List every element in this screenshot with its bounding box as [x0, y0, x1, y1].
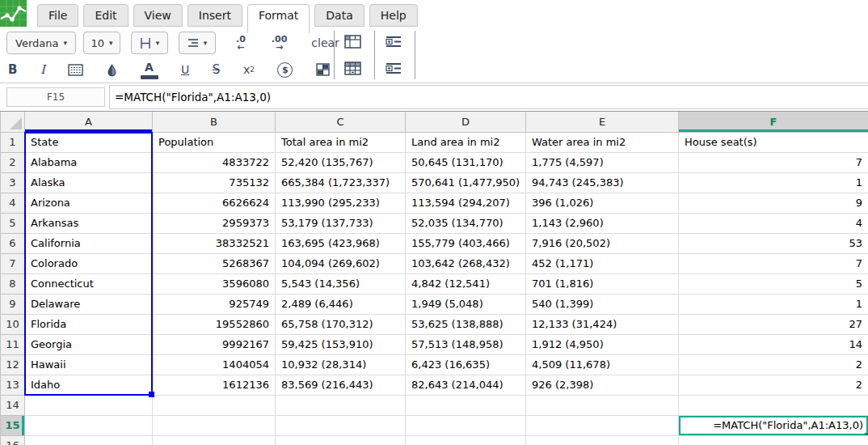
cell-A16[interactable] [25, 435, 153, 445]
cell-E1[interactable]: Water area in mi2 [526, 132, 679, 152]
cell-B8[interactable]: 3596080 [153, 273, 276, 294]
cell-A1[interactable]: State [25, 132, 153, 152]
cell-A7[interactable]: Colorado [25, 253, 153, 273]
cell-D4[interactable]: 113,594 (294,207) [406, 193, 526, 213]
column-header-C[interactable]: C [276, 112, 406, 132]
cell-E11[interactable]: 1,912 (4,950) [526, 334, 679, 354]
cell-A9[interactable]: Delaware [25, 294, 153, 314]
cell-E3[interactable]: 94,743 (245,383) [526, 172, 679, 193]
cell-B13[interactable]: 1612136 [153, 375, 276, 395]
cell-C8[interactable]: 5,543 (14,356) [276, 273, 406, 294]
cell-C5[interactable]: 53,179 (137,733) [276, 213, 406, 233]
cell-B6[interactable]: 38332521 [153, 233, 276, 253]
row-header-13[interactable]: 13 [1, 375, 25, 395]
cell-E8[interactable]: 701 (1,816) [526, 273, 679, 294]
column-header-F[interactable]: F [679, 112, 868, 132]
cell-D9[interactable]: 1,949 (5,048) [406, 294, 526, 314]
cell-F2[interactable]: 7 [679, 152, 868, 172]
table-borders-icon[interactable] [344, 61, 361, 75]
cell-C9[interactable]: 2,489 (6,446) [276, 294, 406, 314]
cell-E14[interactable] [526, 395, 679, 415]
cell-B16[interactable] [153, 435, 276, 445]
cell-F14[interactable] [679, 395, 868, 415]
select-all-corner[interactable] [1, 112, 25, 132]
cell-B5[interactable]: 2959373 [153, 213, 276, 233]
cell-D15[interactable] [406, 415, 526, 435]
cell-A13[interactable]: Idaho [25, 375, 153, 395]
cell-D10[interactable]: 53,625 (138,888) [406, 314, 526, 334]
cell-C6[interactable]: 163,695 (423,968) [276, 233, 406, 253]
row-header-4[interactable]: 4 [1, 193, 25, 213]
cell-A12[interactable]: Hawaii [25, 354, 153, 375]
cell-C7[interactable]: 104,094 (269,602) [276, 253, 406, 273]
cell-F6[interactable]: 53 [679, 233, 868, 253]
row-header-10[interactable]: 10 [1, 314, 25, 334]
row-header-11[interactable]: 11 [1, 334, 25, 354]
cell-A8[interactable]: Connecticut [25, 273, 153, 294]
row-header-3[interactable]: 3 [1, 172, 25, 193]
cell-D1[interactable]: Land area in mi2 [406, 132, 526, 152]
cell-F4[interactable]: 9 [679, 193, 868, 213]
superscript-icon[interactable]: x2 [243, 63, 255, 76]
row-header-12[interactable]: 12 [1, 354, 25, 375]
cell-E6[interactable]: 7,916 (20,502) [526, 233, 679, 253]
column-header-A[interactable]: A [25, 112, 153, 132]
cell-B10[interactable]: 19552860 [153, 314, 276, 334]
cell-A2[interactable]: Alabama [25, 152, 153, 172]
cell-B14[interactable] [153, 395, 276, 415]
font-family-select[interactable]: Verdana ▾ [6, 32, 76, 54]
row-header-6[interactable]: 6 [1, 233, 25, 253]
cell-F7[interactable]: 7 [679, 253, 868, 273]
freeze-panes-icon[interactable] [344, 35, 361, 49]
cell-E5[interactable]: 1,143 (2,960) [526, 213, 679, 233]
increase-decimals-icon[interactable]: .00 → [272, 35, 288, 52]
cell-D11[interactable]: 57,513 (148,958) [406, 334, 526, 354]
cell-F12[interactable]: 2 [679, 354, 868, 375]
row-header-1[interactable]: 1 [1, 132, 25, 152]
cell-C11[interactable]: 59,425 (153,910) [276, 334, 406, 354]
cell-D12[interactable]: 6,423 (16,635) [406, 354, 526, 375]
cell-F3[interactable]: 1 [679, 172, 868, 193]
cell-E9[interactable]: 540 (1,399) [526, 294, 679, 314]
cell-A4[interactable]: Arizona [25, 193, 153, 213]
row-header-15[interactable]: 15 [1, 415, 25, 435]
tab-data[interactable]: Data [314, 4, 364, 27]
cell-E7[interactable]: 452 (1,171) [526, 253, 679, 273]
cell-F10[interactable]: 27 [679, 314, 868, 334]
cell-D13[interactable]: 82,643 (214,044) [406, 375, 526, 395]
column-header-E[interactable]: E [526, 112, 679, 132]
underline-icon[interactable]: U [181, 63, 189, 76]
decrease-decimals-icon[interactable]: .0 ← [236, 35, 246, 52]
app-logo-icon[interactable] [0, 0, 27, 27]
cell-C10[interactable]: 65,758 (170,312) [276, 314, 406, 334]
cell-A6[interactable]: California [25, 233, 153, 253]
cell-C3[interactable]: 665,384 (1,723,337) [276, 172, 406, 193]
cell-C15[interactable] [276, 415, 406, 435]
cell-F11[interactable]: 14 [679, 334, 868, 354]
font-color-icon[interactable]: A [141, 61, 158, 79]
font-size-select[interactable]: 10 ▾ [83, 32, 120, 54]
cell-F9[interactable]: 1 [679, 294, 868, 314]
align-select[interactable]: ▾ [179, 32, 216, 54]
row-header-9[interactable]: 9 [1, 294, 25, 314]
cell-D8[interactable]: 4,842 (12,541) [406, 273, 526, 294]
cell-D3[interactable]: 570,641 (1,477,950) [406, 172, 526, 193]
clear-format-button[interactable]: clear [311, 36, 339, 49]
cell-F1[interactable]: House seat(s) [679, 132, 868, 152]
cell-C4[interactable]: 113,990 (295,233) [276, 193, 406, 213]
cell-E16[interactable] [526, 435, 679, 445]
cell-D6[interactable]: 155,779 (403,466) [406, 233, 526, 253]
cell-C2[interactable]: 52,420 (135,767) [276, 152, 406, 172]
cell-B7[interactable]: 5268367 [153, 253, 276, 273]
cell-C14[interactable] [276, 395, 406, 415]
cell-C12[interactable]: 10,932 (28,314) [276, 354, 406, 375]
strikethrough-icon[interactable]: S [213, 62, 221, 77]
cell-B12[interactable]: 1404054 [153, 354, 276, 375]
tab-insert[interactable]: Insert [188, 4, 242, 27]
column-header-B[interactable]: B [153, 112, 276, 132]
row-header-2[interactable]: 2 [1, 152, 25, 172]
cell-A14[interactable] [25, 395, 153, 415]
cell-E13[interactable]: 926 (2,398) [526, 375, 679, 395]
cell-D5[interactable]: 52,035 (134,770) [406, 213, 526, 233]
currency-icon[interactable]: $ [277, 62, 293, 78]
